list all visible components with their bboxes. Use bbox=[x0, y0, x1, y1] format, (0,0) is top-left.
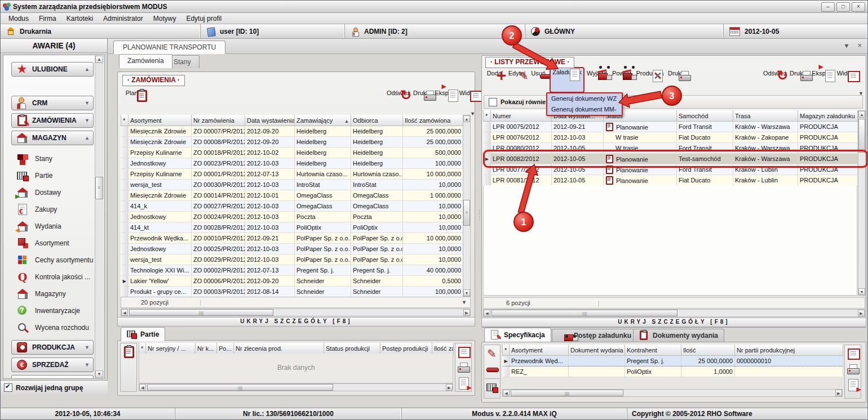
view-icon[interactable] bbox=[845, 347, 860, 360]
row-selector[interactable] bbox=[121, 126, 129, 137]
table-row[interactable]: LPR 00076/20122012-10-03W trasieFiat Duc… bbox=[484, 132, 858, 143]
column-header[interactable]: Asortyment bbox=[129, 115, 192, 126]
orders-print-button[interactable]: Drukuj bbox=[411, 89, 433, 96]
column-header[interactable]: Trasa bbox=[733, 110, 798, 122]
row-selector[interactable] bbox=[121, 287, 129, 297]
tab-list-dropdown-icon[interactable]: ▼ bbox=[844, 42, 850, 50]
sidebar-item-wydania[interactable]: ◀ Wydania bbox=[16, 220, 104, 233]
row-selector[interactable] bbox=[503, 367, 510, 377]
sidebar-item-cechy-asortymentu[interactable]: Cechy asortymentu bbox=[16, 253, 104, 267]
menu-item-generuj-mm[interactable]: Generuj dokument MM- bbox=[547, 104, 622, 115]
table-row[interactable]: wersja_testZO 00029/PR/20122012-10-03Pol… bbox=[121, 254, 463, 265]
sidebar-group-transport[interactable]: TRANSPORT ▼ bbox=[11, 375, 94, 379]
menu-motywy[interactable]: Motywy bbox=[149, 14, 181, 24]
column-header[interactable]: Nr k... bbox=[196, 343, 217, 354]
toolbar-more-icon[interactable]: ▼ bbox=[470, 111, 475, 117]
tab-partie[interactable]: Partie bbox=[121, 327, 165, 341]
clipboard-icon[interactable] bbox=[121, 345, 136, 359]
menu-firma[interactable]: Firma bbox=[34, 14, 61, 24]
table-row[interactable]: Produkt - grupy ce...ZO 00003/PR/2012201… bbox=[121, 287, 463, 297]
row-selector[interactable] bbox=[121, 265, 129, 276]
sidebar-group-sprzedaz[interactable]: € SPRZEDAŻ ▼ bbox=[11, 358, 94, 372]
row-selector[interactable]: ▶ bbox=[121, 276, 129, 287]
barcode-box-icon[interactable] bbox=[485, 381, 499, 395]
row-selector[interactable] bbox=[121, 158, 129, 169]
tab-zamowienia[interactable]: Zamówienia bbox=[119, 54, 172, 68]
sidebar-item-kontrola-jakosci[interactable]: Q Kontrola jakości ... bbox=[16, 270, 104, 284]
scroll-down-icon[interactable]: ▼ bbox=[858, 288, 865, 295]
dodaj-button[interactable]: Dodaj bbox=[484, 69, 506, 77]
scroll-right-icon[interactable]: ▶ bbox=[835, 390, 842, 396]
export-icon[interactable] bbox=[845, 378, 860, 392]
scroll-thumb[interactable]: ≡ bbox=[463, 200, 470, 226]
scroll-up-icon[interactable]: ▲ bbox=[858, 111, 865, 118]
column-header[interactable]: Nr seryjny / ... bbox=[146, 343, 196, 354]
sidebar-item-asortyment[interactable]: Asortyment bbox=[16, 236, 104, 250]
row-selector[interactable] bbox=[484, 164, 491, 175]
scroll-up-icon[interactable]: ▲ bbox=[95, 56, 103, 63]
company-segment[interactable]: Drukarnia bbox=[1, 24, 201, 38]
column-header[interactable]: Nr zamówienia bbox=[192, 115, 245, 126]
scroll-thumb[interactable] bbox=[858, 119, 865, 153]
sidebar-group-ulubione[interactable]: ★ ULUBIONE ▲ bbox=[11, 62, 94, 77]
scroll-left-icon[interactable]: ◀ bbox=[503, 390, 510, 396]
show-also-checkbox[interactable] bbox=[489, 98, 497, 106]
scroll-down-icon[interactable]: ▼ bbox=[463, 289, 470, 296]
orders-view-button[interactable]: Widok bbox=[457, 89, 479, 96]
table-row[interactable]: ▶LPR 00082/20122012-10-05PlanowanieTest-… bbox=[484, 154, 858, 164]
table-row[interactable]: Miesięcznik ZdrowieZO 00007/PR/20122012-… bbox=[121, 126, 463, 137]
row-selector[interactable] bbox=[121, 201, 129, 212]
table-row[interactable]: JednostkowyZO 00023/PR/20122012-10-03Hei… bbox=[121, 158, 463, 169]
column-header[interactable]: Numer bbox=[491, 110, 552, 122]
row-selector[interactable] bbox=[121, 212, 129, 222]
table-row[interactable]: Miesięcznik ZdrowieZO 00014/PR/20122012-… bbox=[121, 190, 463, 201]
sidebar-item-magazyny[interactable]: Magazyny bbox=[16, 287, 104, 301]
sidebar-item-inwentaryzacje[interactable]: ? Inwentaryzacje bbox=[16, 304, 104, 318]
transport-view-button[interactable]: Widok bbox=[835, 69, 856, 77]
row-selector[interactable] bbox=[484, 175, 491, 186]
column-header[interactable]: Dokument wydania bbox=[569, 345, 625, 356]
row-selector[interactable] bbox=[121, 244, 129, 254]
column-header[interactable]: Odbiorca bbox=[351, 115, 403, 126]
menu-kartoteki[interactable]: Kartoteki bbox=[62, 14, 98, 24]
scroll-left-icon[interactable]: ◀ bbox=[121, 309, 128, 316]
menu-edytuj-profil[interactable]: Edytuj profil bbox=[181, 14, 226, 24]
orders-hide-details-button[interactable]: UKRYJ SZCZEGÓŁY [F8] bbox=[117, 317, 475, 327]
planuj-button[interactable]: Planuj bbox=[122, 89, 146, 96]
column-header-sorted[interactable]: Zamawiający▲ bbox=[295, 115, 351, 126]
column-header[interactable]: Nr zlecenia prod. bbox=[234, 343, 324, 354]
expand-one-group-checkbox[interactable] bbox=[4, 383, 12, 392]
column-header[interactable]: Postęp produkcji bbox=[380, 343, 432, 354]
row-selector[interactable] bbox=[484, 143, 491, 154]
transport-export-button[interactable]: Eksport bbox=[810, 69, 835, 77]
maximize-button[interactable]: □ bbox=[836, 2, 850, 12]
table-row[interactable]: ▶Przewodnik Węd...Pregent Sp. j.25 000,0… bbox=[503, 356, 843, 367]
column-header[interactable]: Kontrahent bbox=[625, 345, 681, 356]
orders-export-button[interactable]: Eksport bbox=[433, 89, 457, 96]
scroll-thumb[interactable]: |||| bbox=[129, 309, 273, 316]
scroll-left-icon[interactable]: ◀ bbox=[484, 310, 490, 316]
orders-hscrollbar[interactable]: ◀ |||| ▶ bbox=[121, 309, 471, 316]
transport-vscrollbar[interactable]: ▲ ▼ bbox=[858, 110, 866, 296]
pane-splitter[interactable]: ⋮⋮ bbox=[477, 209, 482, 221]
spec-hscrollbar[interactable]: ◀ |||| ▶ bbox=[502, 389, 843, 397]
scroll-thumb[interactable]: |||| bbox=[511, 390, 623, 396]
sidebar-scrollbar[interactable]: ▲ ≡ ▼ bbox=[95, 56, 104, 378]
zaladunek-button[interactable]: Załadunek bbox=[550, 67, 584, 93]
scroll-thumb[interactable]: |||| bbox=[491, 310, 677, 316]
powrot-button[interactable]: Powrót bbox=[609, 69, 634, 77]
column-header[interactable]: Ilość zamówiona bbox=[403, 115, 463, 126]
sidebar-group-magazyn[interactable]: MAGAZYN ▲ bbox=[11, 131, 94, 145]
tab-close-icon[interactable]: × bbox=[857, 41, 862, 50]
selector-column-header[interactable]: * bbox=[139, 343, 146, 354]
column-header[interactable]: Data wystawienia bbox=[245, 115, 295, 126]
scroll-up-icon[interactable]: ▲ bbox=[463, 115, 470, 122]
pencil-icon[interactable] bbox=[485, 347, 499, 360]
scroll-down-icon[interactable]: ▼ bbox=[95, 370, 103, 378]
menu-modus[interactable]: Modus bbox=[4, 14, 33, 24]
row-selector[interactable] bbox=[484, 132, 491, 143]
printer-icon[interactable] bbox=[845, 363, 860, 376]
profile-segment[interactable]: GŁÓWNY bbox=[525, 24, 724, 38]
partie-hscrollbar[interactable]: ◀ |||| ▶ bbox=[139, 383, 453, 391]
table-row[interactable]: JednostkowyZO 00024/PR/20122012-10-03Poc… bbox=[121, 212, 463, 222]
